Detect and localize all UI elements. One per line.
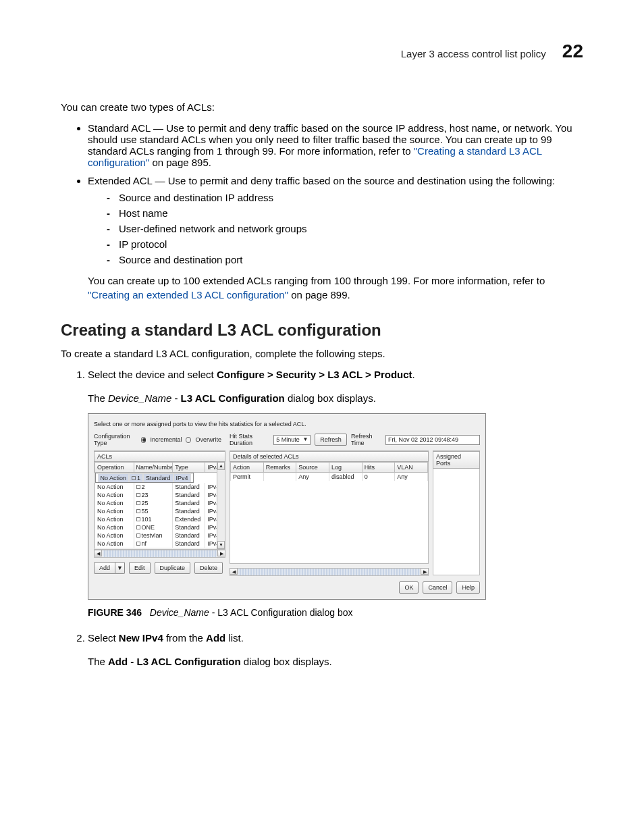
table-row[interactable]: Permit Any disabled 0 Any <box>231 473 428 481</box>
cell: disabled <box>329 473 362 481</box>
add-button[interactable]: Add▼ <box>94 562 125 574</box>
table-row[interactable]: No Action23StandardIPv4 <box>95 491 225 499</box>
cell: Standard <box>173 531 205 540</box>
table-row[interactable]: No Action2StandardIPv4 <box>95 483 225 491</box>
scroll-thumb[interactable] <box>103 550 217 557</box>
cell: Any <box>395 473 428 481</box>
scroll-up-icon[interactable]: ▲ <box>217 462 225 470</box>
acls-header-row: Operation Name/Number Type IPv4 / <box>95 463 225 473</box>
s2-add: Add <box>206 632 225 644</box>
scroll-right-icon[interactable]: ▶ <box>217 550 225 556</box>
edit-button[interactable]: Edit <box>129 562 151 574</box>
s2-post: list. <box>225 632 244 644</box>
bullet-extended: Extended ACL — Use to permit and deny tr… <box>88 175 583 302</box>
radio-incremental[interactable] <box>141 437 146 443</box>
col-type[interactable]: Type <box>173 463 205 473</box>
cell: No Action <box>95 523 134 531</box>
link-extended-acl[interactable]: "Creating an extended L3 ACL configurati… <box>88 289 288 301</box>
section-heading: Creating a standard L3 ACL configuration <box>61 321 583 340</box>
col-log[interactable]: Log <box>329 463 362 473</box>
details-empty <box>230 481 428 563</box>
col-hits[interactable]: Hits <box>362 463 395 473</box>
row-icon <box>136 501 140 505</box>
bullet-standard: Standard ACL — Use to permit and deny tr… <box>88 122 583 168</box>
table-row[interactable]: No Action1StandardIPv4 <box>95 473 194 483</box>
cell-text: 1 <box>137 475 140 481</box>
bullet-extended-tail: You can create up to 100 extended ACLs r… <box>88 273 583 302</box>
table-row[interactable]: No ActionnfStandardIPv4 <box>95 540 225 548</box>
cell: 55 <box>134 507 173 515</box>
table-row[interactable]: No ActionONEStandardIPv4 <box>95 523 225 531</box>
delete-button[interactable]: Delete <box>194 562 223 574</box>
assigned-ports-pane: Assigned Ports <box>433 450 480 576</box>
ext-tail-pre: You can create up to 100 extended ACLs r… <box>88 275 545 286</box>
cell <box>263 473 296 481</box>
header-number: 22 <box>562 41 583 62</box>
s1s-pre: The <box>88 392 108 404</box>
scroll-right-icon[interactable]: ▶ <box>421 568 429 575</box>
config-row: Configuration Type Incremental Overwrite… <box>94 433 480 446</box>
cell: No Action <box>95 499 134 507</box>
row-icon <box>136 542 140 546</box>
details-table: Action Remarks Source Log Hits VLAN Perm… <box>230 462 428 481</box>
cell: 2 <box>134 483 173 491</box>
cell: Standard <box>173 499 205 507</box>
table-row[interactable]: No Action25StandardIPv4 <box>95 499 225 507</box>
add-dropdown-icon[interactable]: ▼ <box>115 562 125 574</box>
assigned-ports-body <box>433 469 480 575</box>
details-header-row: Action Remarks Source Log Hits VLAN <box>231 463 428 473</box>
cell-text: 2 <box>142 484 145 490</box>
cell: No Action <box>98 474 130 482</box>
radio-overwrite-label: Overwrite <box>195 436 221 443</box>
cell: No Action <box>95 483 134 491</box>
hit-duration-select[interactable]: 5 Minute ▼ <box>273 435 311 445</box>
scroll-left-icon[interactable]: ◀ <box>94 550 102 556</box>
sub-item: User-defined network and network groups <box>107 223 583 234</box>
step1-menu-path: Configure > Security > L3 ACL > Product <box>217 369 412 380</box>
col-operation[interactable]: Operation <box>95 463 134 473</box>
row-icon <box>136 509 140 513</box>
row-icon <box>132 476 136 480</box>
scroll-down-icon[interactable]: ▼ <box>217 541 225 549</box>
cell: Standard <box>173 523 205 531</box>
figure-rest: - L3 ACL Configuration dialog box <box>209 607 353 618</box>
step1-pre: Select the device and select <box>88 369 217 380</box>
row-icon <box>136 525 140 529</box>
table-row[interactable]: No Action101ExtendedIPv4 <box>95 515 225 523</box>
cell: Standard <box>143 474 173 482</box>
scroll-thumb[interactable] <box>238 569 420 575</box>
scrollbar-horizontal[interactable]: ◀▶ <box>230 568 429 576</box>
ok-button[interactable]: OK <box>399 581 419 594</box>
sub-item: Source and destination port <box>107 254 583 265</box>
table-row[interactable]: No Action55StandardIPv4 <box>95 507 225 515</box>
cell-text: nf <box>142 540 147 547</box>
cell: No Action <box>95 507 134 515</box>
col-name[interactable]: Name/Number <box>134 463 173 473</box>
step2-sub: The Add - L3 ACL Configuration dialog bo… <box>88 654 583 669</box>
scrollbar-vertical[interactable]: ▲▼ <box>217 462 225 549</box>
col-source[interactable]: Source <box>296 463 329 473</box>
help-button[interactable]: Help <box>456 581 480 594</box>
scrollbar-horizontal[interactable]: ◀▶ <box>94 550 225 558</box>
col-remarks[interactable]: Remarks <box>263 463 296 473</box>
cell-text: ONE <box>142 524 155 531</box>
col-action[interactable]: Action <box>231 463 264 473</box>
cell: testvlan <box>134 531 173 540</box>
row-icon <box>136 517 140 521</box>
step-2: Select New IPv4 from the Add list. <box>88 632 583 644</box>
cfg-type-label: Configuration Type <box>94 433 137 446</box>
cell: nf <box>134 540 173 548</box>
cell: 101 <box>134 515 173 523</box>
col-vlan[interactable]: VLAN <box>395 463 428 473</box>
cell: No Action <box>95 491 134 499</box>
s1s-post: dialog box displays. <box>285 392 376 404</box>
duplicate-button[interactable]: Duplicate <box>155 562 191 574</box>
refresh-button[interactable]: Refresh <box>315 434 347 446</box>
l3-acl-config-dialog: Select one or more assigned ports to vie… <box>88 413 486 600</box>
s1s-device: Device_Name <box>108 392 171 404</box>
dialog-panes: ACLs Operation Name/Number Type IPv4 / <box>94 450 480 576</box>
radio-overwrite[interactable] <box>186 437 191 443</box>
table-row[interactable]: No ActiontestvlanStandardIPv4 <box>95 531 225 540</box>
cancel-button[interactable]: Cancel <box>423 581 452 594</box>
scroll-left-icon[interactable]: ◀ <box>230 568 238 575</box>
